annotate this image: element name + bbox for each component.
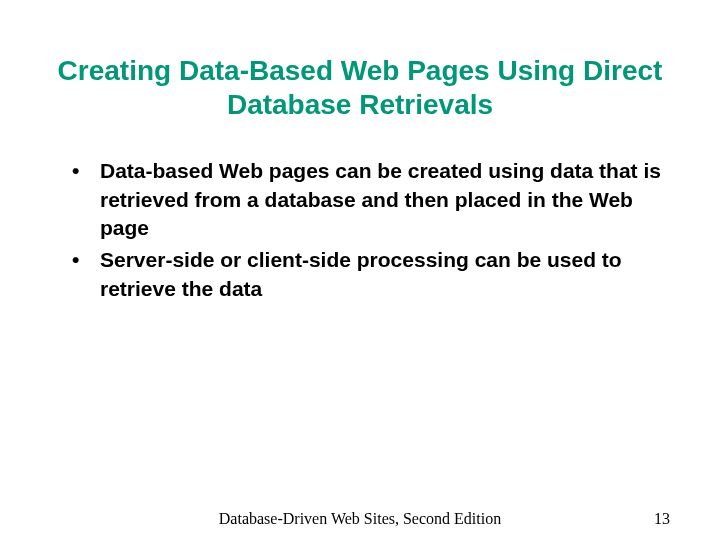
list-item: Server-side or client-side processing ca…	[72, 246, 672, 303]
bullet-list: Data-based Web pages can be created usin…	[48, 157, 672, 303]
list-item: Data-based Web pages can be created usin…	[72, 157, 672, 242]
page-number: 13	[654, 510, 670, 528]
slide-title: Creating Data-Based Web Pages Using Dire…	[48, 54, 672, 121]
slide: Creating Data-Based Web Pages Using Dire…	[0, 0, 720, 540]
footer-text: Database-Driven Web Sites, Second Editio…	[0, 510, 720, 528]
